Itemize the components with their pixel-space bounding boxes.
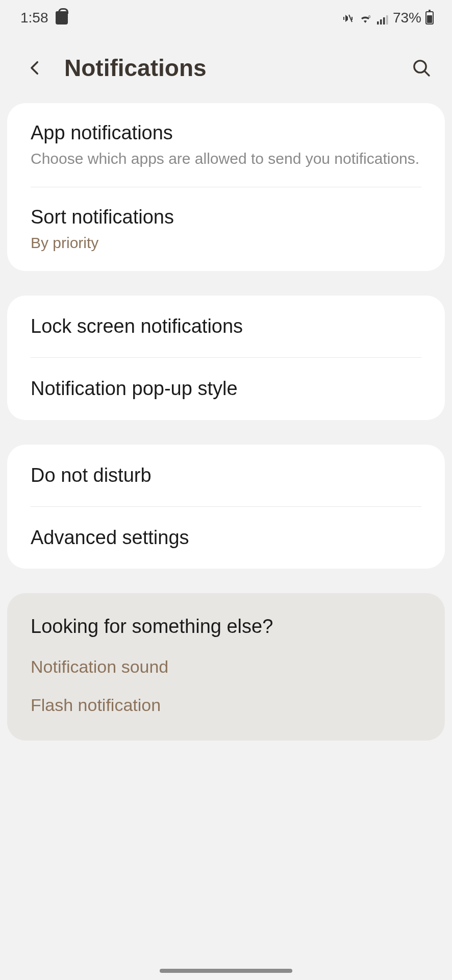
back-button[interactable]	[24, 57, 46, 79]
svg-line-6	[424, 71, 429, 76]
setting-lock-screen-notifications[interactable]: Lock screen notifications	[7, 296, 445, 357]
svg-rect-1	[377, 21, 379, 24]
page-header: Notifications	[0, 33, 452, 103]
setting-do-not-disturb[interactable]: Do not disturb	[7, 445, 445, 506]
svg-rect-3	[383, 17, 385, 24]
status-left: 1:58	[20, 10, 68, 26]
signal-icon	[376, 12, 389, 23]
setting-title: Lock screen notifications	[31, 314, 421, 339]
setting-title: Do not disturb	[31, 463, 421, 488]
settings-group: Do not disturb Advanced settings	[7, 445, 445, 569]
setting-title: Sort notifications	[31, 205, 421, 230]
related-link-notification-sound[interactable]: Notification sound	[7, 648, 445, 686]
status-bar: 1:58 6 73%	[0, 0, 452, 33]
bag-icon	[56, 11, 68, 24]
related-group: Looking for something else? Notification…	[7, 593, 445, 741]
setting-sort-notifications[interactable]: Sort notifications By priority	[7, 187, 445, 271]
related-link-flash-notification[interactable]: Flash notification	[7, 686, 445, 741]
svg-text:6: 6	[368, 14, 371, 19]
battery-icon	[425, 11, 434, 24]
page-title: Notifications	[64, 54, 391, 82]
wifi-icon: 6	[358, 12, 372, 23]
battery-fill	[427, 15, 432, 23]
setting-subtitle: Choose which apps are allowed to send yo…	[31, 149, 421, 169]
status-time: 1:58	[20, 10, 48, 26]
setting-title: Notification pop-up style	[31, 376, 421, 401]
chevron-left-icon	[27, 59, 44, 77]
svg-rect-4	[386, 15, 388, 24]
gesture-bar[interactable]	[160, 969, 292, 973]
setting-title: Advanced settings	[31, 525, 421, 550]
settings-group: App notifications Choose which apps are …	[7, 103, 445, 271]
battery-percentage: 73%	[393, 10, 421, 26]
setting-notification-popup-style[interactable]: Notification pop-up style	[7, 358, 445, 420]
setting-advanced-settings[interactable]: Advanced settings	[7, 507, 445, 569]
search-icon	[411, 58, 432, 78]
related-header: Looking for something else?	[7, 593, 445, 648]
search-button[interactable]	[409, 56, 434, 80]
setting-subtitle: By priority	[31, 233, 421, 254]
setting-title: App notifications	[31, 120, 421, 145]
setting-app-notifications[interactable]: App notifications Choose which apps are …	[7, 103, 445, 187]
settings-group: Lock screen notifications Notification p…	[7, 296, 445, 420]
status-right: 6 73%	[342, 10, 434, 26]
svg-rect-2	[380, 19, 382, 24]
vibrate-mute-icon	[342, 12, 354, 24]
